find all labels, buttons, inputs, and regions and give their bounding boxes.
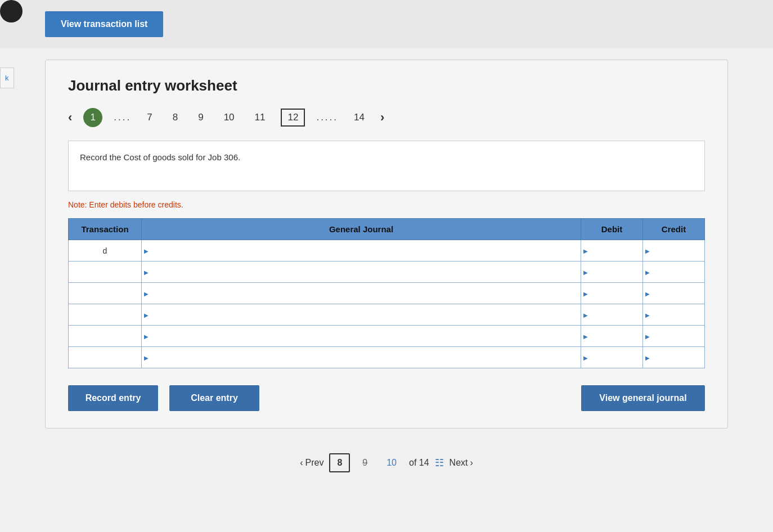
table-row (69, 283, 705, 304)
credit-cell-1[interactable] (643, 262, 705, 283)
credit-input-3[interactable] (643, 304, 704, 325)
general-journal-input-1[interactable] (142, 262, 581, 282)
page-9[interactable]: 9 (194, 110, 208, 125)
debit-input-2[interactable] (581, 283, 642, 304)
general-journal-input-2[interactable] (142, 283, 581, 304)
page-7[interactable]: 7 (142, 110, 156, 125)
general-journal-cell-5[interactable] (142, 347, 581, 368)
next-button[interactable]: Next › (450, 458, 473, 468)
journal-table: Transaction General Journal Debit Credit… (68, 218, 705, 368)
page-12[interactable]: 12 (281, 109, 305, 127)
main-content: Journal entry worksheet ‹ 1 .... 7 8 9 1… (0, 48, 773, 440)
record-entry-button[interactable]: Record entry (68, 385, 158, 411)
debit-input-4[interactable] (581, 326, 642, 346)
debit-input-1[interactable] (581, 262, 642, 282)
transaction-cell-1 (69, 262, 142, 283)
col-header-general-journal: General Journal (142, 219, 581, 240)
note-text: Note: Enter debits before credits. (68, 200, 705, 209)
of-total-label: of 14 (409, 458, 429, 468)
debit-cell-5[interactable] (581, 347, 643, 368)
sidebar-label: k (5, 74, 9, 82)
page-8[interactable]: 8 (168, 110, 182, 125)
general-journal-input-5[interactable] (142, 347, 581, 368)
description-text: Record the Cost of goods sold for Job 30… (80, 152, 240, 162)
col-header-transaction: Transaction (69, 219, 142, 240)
worksheet-pagination: ‹ 1 .... 7 8 9 10 11 12 ..... 14 › (68, 108, 705, 127)
next-page-arrow[interactable]: › (380, 110, 384, 125)
credit-input-4[interactable] (643, 326, 704, 346)
col-header-credit: Credit (643, 219, 705, 240)
worksheet-title: Journal entry worksheet (68, 77, 705, 94)
transaction-cell-3 (69, 304, 142, 326)
credit-cell-2[interactable] (643, 283, 705, 304)
dots-1: .... (114, 112, 131, 123)
general-journal-input-0[interactable] (142, 240, 581, 261)
credit-cell-3[interactable] (643, 304, 705, 326)
credit-cell-5[interactable] (643, 347, 705, 368)
bottom-page-10[interactable]: 10 (380, 454, 403, 471)
worksheet-card: Journal entry worksheet ‹ 1 .... 7 8 9 1… (45, 60, 728, 429)
grid-view-icon[interactable]: ☷ (435, 457, 444, 469)
bottom-page-8[interactable]: 8 (329, 453, 350, 472)
transaction-cell-2 (69, 283, 142, 304)
general-journal-cell-1[interactable] (142, 262, 581, 283)
debit-cell-4[interactable] (581, 326, 643, 347)
table-row: d (69, 240, 705, 262)
prev-button[interactable]: ‹ Prev (300, 458, 323, 468)
debit-cell-1[interactable] (581, 262, 643, 283)
sidebar-indicator[interactable]: k (0, 67, 14, 88)
general-journal-input-3[interactable] (142, 304, 581, 325)
transaction-cell-5 (69, 347, 142, 368)
bottom-pagination: ‹ Prev 8 9 10 of 14 ☷ Next › (0, 440, 773, 478)
debit-cell-3[interactable] (581, 304, 643, 326)
view-transaction-button[interactable]: View transaction list (45, 11, 163, 37)
prev-page-arrow[interactable]: ‹ (68, 110, 72, 125)
next-label: Next (450, 458, 468, 468)
next-arrow-icon: › (470, 458, 473, 468)
credit-cell-4[interactable] (643, 326, 705, 347)
table-row (69, 326, 705, 347)
col-header-debit: Debit (581, 219, 643, 240)
transaction-cell-4 (69, 326, 142, 347)
table-row (69, 262, 705, 283)
prev-arrow-icon: ‹ (300, 458, 303, 468)
view-general-journal-button[interactable]: View general journal (581, 385, 705, 411)
clear-entry-button[interactable]: Clear entry (169, 385, 259, 411)
debit-input-3[interactable] (581, 304, 642, 325)
credit-cell-0[interactable] (643, 240, 705, 262)
page-11[interactable]: 11 (250, 110, 270, 125)
bottom-page-9[interactable]: 9 (356, 454, 374, 471)
top-bar: View transaction list (0, 0, 773, 48)
table-row (69, 347, 705, 368)
credit-input-1[interactable] (643, 262, 704, 282)
avatar (0, 0, 23, 22)
general-journal-input-4[interactable] (142, 326, 581, 346)
general-journal-cell-0[interactable] (142, 240, 581, 262)
page-14[interactable]: 14 (349, 110, 369, 125)
debit-cell-2[interactable] (581, 283, 643, 304)
table-row (69, 304, 705, 326)
general-journal-cell-4[interactable] (142, 326, 581, 347)
general-journal-cell-3[interactable] (142, 304, 581, 326)
debit-input-5[interactable] (581, 347, 642, 368)
debit-input-0[interactable] (581, 240, 642, 261)
transaction-cell-0: d (69, 240, 142, 262)
credit-input-5[interactable] (643, 347, 704, 368)
page-1[interactable]: 1 (83, 108, 102, 127)
credit-input-2[interactable] (643, 283, 704, 304)
prev-label: Prev (305, 458, 323, 468)
page-10[interactable]: 10 (219, 110, 239, 125)
credit-input-0[interactable] (643, 240, 704, 261)
debit-cell-0[interactable] (581, 240, 643, 262)
dots-2: ..... (316, 112, 338, 123)
description-box: Record the Cost of goods sold for Job 30… (68, 141, 705, 191)
action-buttons: Record entry Clear entry View general jo… (68, 385, 705, 411)
general-journal-cell-2[interactable] (142, 283, 581, 304)
